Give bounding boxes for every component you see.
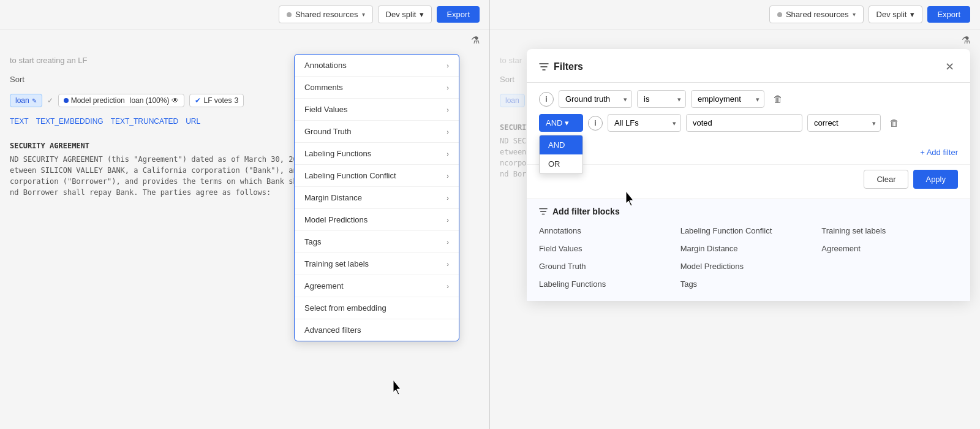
model-pred-label: Model prediction <box>71 96 125 105</box>
menu-item-model-predictions-label: Model Predictions <box>304 215 368 224</box>
delete-filter-2-button[interactable]: 🗑 <box>886 116 903 130</box>
filter-blocks-title-label: Add filter blocks <box>552 207 620 216</box>
chevron-right-icon: › <box>447 106 449 113</box>
dev-split-button-left[interactable]: Dev split ▾ <box>378 6 432 23</box>
menu-item-comments-label: Comments <box>304 83 343 92</box>
close-filters-button[interactable]: ✕ <box>941 59 958 75</box>
voted-operator-input[interactable] <box>686 114 802 132</box>
shared-resources-button-left[interactable]: Shared resources ▾ <box>279 6 373 23</box>
is-operator-select[interactable]: is <box>637 90 686 108</box>
block-model-predictions[interactable]: Model Predictions <box>680 259 817 273</box>
and-option[interactable]: AND <box>540 135 582 154</box>
menu-item-training-set-labels[interactable]: Training set labels › <box>295 253 459 275</box>
tag-label-left: loan <box>15 96 29 105</box>
all-lfs-select-wrapper: All LFs <box>608 114 681 132</box>
clear-label: Clear <box>876 175 895 184</box>
lf-votes-count: 3 <box>235 96 239 105</box>
menu-item-agreement-label: Agreement <box>304 281 344 290</box>
clear-button[interactable]: Clear <box>864 170 908 189</box>
export-label-right: Export <box>937 10 960 19</box>
loan-tag-left[interactable]: loan ✎ <box>10 94 42 107</box>
block-lf-conflict[interactable]: Labeling Function Conflict <box>680 224 817 238</box>
ground-truth-select-wrapper: Ground truth <box>559 90 632 108</box>
eye-icon: 👁 <box>172 96 179 105</box>
apply-button[interactable]: Apply <box>913 170 958 189</box>
block-ground-truth[interactable]: Ground Truth <box>539 259 676 273</box>
filter-icon-title <box>539 62 549 72</box>
block-labeling-functions[interactable]: Labeling Functions <box>539 277 676 291</box>
filter-icon-right[interactable]: ⚗ <box>962 34 970 46</box>
dev-split-button-right[interactable]: Dev split ▾ <box>869 6 923 23</box>
menu-item-select-from-embedding[interactable]: Select from embedding <box>295 297 459 319</box>
chevron-right-icon: › <box>447 216 449 224</box>
menu-item-annotations[interactable]: Annotations › <box>295 55 459 77</box>
is-select-wrapper: is <box>637 90 686 108</box>
ground-truth-field-select[interactable]: Ground truth <box>559 90 632 108</box>
filter-icon-left[interactable]: ⚗ <box>471 34 480 46</box>
edit-icon: ✎ <box>32 97 37 104</box>
filter-dropdown-menu: Annotations › Comments › Field Values › … <box>294 54 459 341</box>
filter-row-1: i Ground truth is employment 🗑 <box>539 90 958 108</box>
dev-split-label-left: Dev split <box>386 10 417 19</box>
lf-votes-pill[interactable]: ✔ LF votes 3 <box>189 94 244 107</box>
sort-label-right: Sort <box>500 75 514 84</box>
filter-rows-container: i Ground truth is employment 🗑 <box>527 83 970 145</box>
chevron-right-icon: › <box>447 62 449 69</box>
block-training-set-labels[interactable]: Training set labels <box>821 224 958 238</box>
block-agreement[interactable]: Agreement <box>821 241 958 256</box>
filters-title: Filters <box>539 61 583 72</box>
url-link[interactable]: URL <box>186 117 200 126</box>
menu-item-ground-truth-label: Ground Truth <box>304 127 352 136</box>
filters-header: Filters ✕ <box>527 49 970 83</box>
menu-item-advanced-filters-label: Advanced filters <box>304 325 361 335</box>
chevron-right-icon: › <box>447 283 449 290</box>
right-topbar: Shared resources ▾ Dev split ▾ Export <box>490 0 980 29</box>
menu-item-advanced-filters[interactable]: Advanced filters <box>295 319 459 341</box>
menu-item-model-predictions[interactable]: Model Predictions › <box>295 209 459 231</box>
chevron-right-icon: › <box>447 150 449 158</box>
text-truncated-link[interactable]: TEXT_TRUNCATED <box>111 117 178 126</box>
export-button-right[interactable]: Export <box>927 6 970 23</box>
model-prediction-pill[interactable]: Model prediction loan (100%) 👁 <box>58 94 185 107</box>
loan-tag-right: loan <box>500 94 525 107</box>
menu-item-margin-distance-label: Margin Distance <box>304 193 362 202</box>
and-or-chevron: ▾ <box>565 118 569 127</box>
block-field-values[interactable]: Field Values <box>539 241 676 256</box>
text-embedding-link[interactable]: TEXT_EMBEDDING <box>36 117 104 126</box>
block-tags[interactable]: Tags <box>680 277 817 291</box>
chevron-right-icon: › <box>447 260 449 268</box>
menu-item-ground-truth[interactable]: Ground Truth › <box>295 121 459 143</box>
all-lfs-field-select[interactable]: All LFs <box>608 114 681 132</box>
menu-item-margin-distance[interactable]: Margin Distance › <box>295 187 459 209</box>
menu-item-lf-conflict[interactable]: Labeling Function Conflict › <box>295 165 459 187</box>
and-or-label: AND <box>546 118 562 127</box>
menu-item-tags[interactable]: Tags › <box>295 231 459 253</box>
left-topbar: Shared resources ▾ Dev split ▾ Export <box>0 0 489 29</box>
filters-title-label: Filters <box>554 61 583 72</box>
chevron-right-icon: › <box>447 84 449 91</box>
menu-item-training-set-labels-label: Training set labels <box>304 259 369 268</box>
chevron-right-icon: › <box>447 194 449 202</box>
and-or-button[interactable]: AND ▾ <box>539 114 583 132</box>
block-margin-distance[interactable]: Margin Distance <box>680 241 817 256</box>
employment-value-select[interactable]: employment <box>691 90 764 108</box>
add-filter-button[interactable]: + Add filter <box>920 148 958 157</box>
block-annotations[interactable]: Annotations <box>539 224 676 238</box>
menu-item-labeling-functions[interactable]: Labeling Functions › <box>295 143 459 165</box>
dev-split-chevron-left: ▾ <box>420 10 424 19</box>
menu-item-agreement[interactable]: Agreement › <box>295 275 459 297</box>
or-option[interactable]: OR <box>540 154 582 173</box>
text-link[interactable]: TEXT <box>10 117 29 126</box>
shared-resources-dot-right <box>777 12 782 17</box>
delete-filter-1-button[interactable]: 🗑 <box>769 93 786 106</box>
menu-item-field-values[interactable]: Field Values › <box>295 99 459 121</box>
shared-resources-label-left: Shared resources <box>295 10 358 19</box>
chevron-right-icon: › <box>447 128 449 135</box>
left-panel: Shared resources ▾ Dev split ▾ Export ⚗ … <box>0 0 490 429</box>
and-or-dropdown: AND OR <box>539 135 583 174</box>
shared-resources-button-right[interactable]: Shared resources ▾ <box>769 6 864 23</box>
menu-item-comments[interactable]: Comments › <box>295 77 459 99</box>
correct-select-wrapper: correct <box>807 114 881 132</box>
correct-value-select[interactable]: correct <box>807 114 881 132</box>
export-button-left[interactable]: Export <box>437 6 480 23</box>
